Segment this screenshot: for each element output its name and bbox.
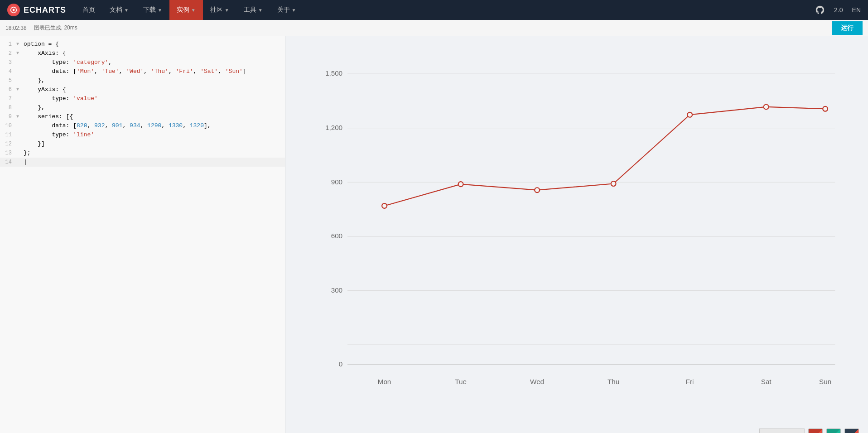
brand-icon <box>10 6 17 14</box>
theme-dark[interactable] <box>844 428 859 433</box>
code-lines: 1 ▼ option = { 2 ▼ xAxis: { 3 type: 'cat… <box>0 36 285 170</box>
svg-text:Fri: Fri <box>686 378 694 385</box>
nav-download[interactable]: 下载▼ <box>136 0 169 20</box>
svg-text:Mon: Mon <box>378 378 391 385</box>
version-label: 2.0 <box>834 6 843 14</box>
svg-text:1,500: 1,500 <box>325 69 342 77</box>
data-point-sun <box>823 106 828 111</box>
svg-text:Tue: Tue <box>455 378 467 385</box>
code-editor[interactable]: 1 ▼ option = { 2 ▼ xAxis: { 3 type: 'cat… <box>0 36 285 433</box>
nav-examples[interactable]: 实例▼ <box>169 0 203 20</box>
theme-red[interactable] <box>808 428 823 433</box>
code-line-3: 3 type: 'category', <box>0 58 285 67</box>
brand-name: ECHARTS <box>24 5 66 15</box>
nav-examples-arrow: ▼ <box>191 8 196 13</box>
code-line-14: 14 | <box>0 158 285 167</box>
toolbar-status: 图表已生成, 20ms <box>34 24 77 32</box>
svg-text:900: 900 <box>331 178 342 186</box>
svg-text:600: 600 <box>331 232 342 240</box>
svg-text:Wed: Wed <box>530 378 544 385</box>
data-point-thu <box>611 181 616 186</box>
svg-text:Sat: Sat <box>761 378 772 385</box>
code-line-2: 2 ▼ xAxis: { <box>0 49 285 58</box>
nav-home[interactable]: 首页 <box>75 0 102 20</box>
svg-text:Thu: Thu <box>608 378 619 385</box>
nav-download-arrow: ▼ <box>158 8 162 13</box>
svg-text:1,200: 1,200 <box>325 124 342 131</box>
code-line-4: 4 data: ['Mon', 'Tue', 'Wed', 'Thu', 'Fr… <box>0 67 285 76</box>
code-line-8: 8 }, <box>0 103 285 112</box>
nav-tools-arrow: ▼ <box>258 8 263 13</box>
chart-container: 1,500 1,200 900 600 300 0 Mon Tue Wed Th… <box>285 36 868 422</box>
nav-items: 首页 文档▼ 下载▼ 实例▼ 社区▼ 工具▼ 关于▼ <box>75 0 303 20</box>
svg-text:0: 0 <box>339 360 342 368</box>
brand[interactable]: ECHARTS <box>7 4 66 16</box>
chart-line <box>385 107 825 206</box>
code-line-1: 1 ▼ option = { <box>0 40 285 49</box>
svg-point-1 <box>13 9 15 11</box>
nav-docs-arrow: ▼ <box>124 8 129 13</box>
github-icon[interactable] <box>815 5 825 15</box>
editor-toolbar: 18:02:38 图表已生成, 20ms 运行 <box>0 20 868 36</box>
data-point-fri <box>687 112 692 117</box>
code-line-5: 5 }, <box>0 76 285 85</box>
chart-footer: Download <box>285 422 868 433</box>
theme-teal[interactable] <box>826 428 841 433</box>
chart-area: 1,500 1,200 900 600 300 0 Mon Tue Wed Th… <box>285 36 868 433</box>
svg-text:Sun: Sun <box>819 378 831 385</box>
code-line-6: 6 ▼ yAxis: { <box>0 85 285 94</box>
code-line-7: 7 type: 'value' <box>0 94 285 103</box>
lang-label: EN <box>852 6 861 14</box>
navbar-right: 2.0 EN <box>815 5 861 15</box>
data-point-mon <box>382 203 387 208</box>
code-line-11: 11 type: 'line' <box>0 130 285 140</box>
code-line-13: 13 }; <box>0 149 285 158</box>
brand-logo <box>7 4 20 16</box>
nav-community[interactable]: 社区▼ <box>203 0 236 20</box>
svg-text:300: 300 <box>331 286 342 294</box>
data-point-sat <box>764 104 769 109</box>
nav-tools[interactable]: 工具▼ <box>236 0 270 20</box>
main-container: 1 ▼ option = { 2 ▼ xAxis: { 3 type: 'cat… <box>0 36 868 433</box>
data-point-wed <box>535 188 540 192</box>
navbar: ECHARTS 首页 文档▼ 下载▼ 实例▼ 社区▼ 工具▼ 关于▼ 2.0 E… <box>0 0 868 20</box>
run-button[interactable]: 运行 <box>832 21 863 35</box>
nav-about[interactable]: 关于▼ <box>270 0 304 20</box>
data-point-tue <box>458 182 463 187</box>
chart-svg: 1,500 1,200 900 600 300 0 Mon Tue Wed Th… <box>308 50 850 413</box>
nav-about-arrow: ▼ <box>292 8 296 13</box>
code-line-12: 12 }] <box>0 140 285 149</box>
code-line-10: 10 data: [820, 932, 901, 934, 1290, 1330… <box>0 121 285 130</box>
nav-community-arrow: ▼ <box>225 8 229 13</box>
download-button[interactable]: Download <box>759 428 805 433</box>
toolbar-time: 18:02:38 <box>5 25 27 31</box>
code-line-9: 9 ▼ series: [{ <box>0 112 285 121</box>
nav-docs[interactable]: 文档▼ <box>102 0 136 20</box>
